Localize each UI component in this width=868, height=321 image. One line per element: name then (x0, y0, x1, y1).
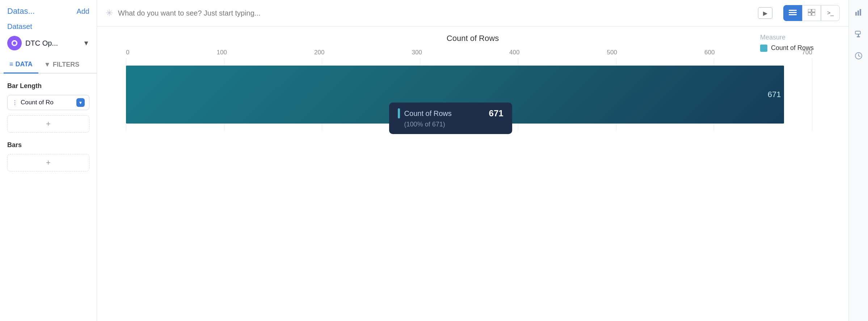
bar-chart-icon (855, 8, 863, 16)
chart-area: Count of Rows 0 100 200 300 400 500 600 … (97, 26, 848, 321)
add-measure-button[interactable]: + (7, 115, 89, 133)
table-view-icon (808, 9, 815, 17)
axis-label-3: 300 (412, 49, 422, 56)
axis-label-5: 500 (607, 49, 617, 56)
sidebar: Datas... Add Dataset DTC Op... ▼ ≡ DATA … (0, 0, 97, 321)
pill-dropdown-button[interactable]: ▾ (76, 98, 85, 107)
legend-color-swatch (760, 45, 767, 52)
dataset-row: Dataset (0, 20, 97, 36)
pill-text: Count of Ro (21, 99, 73, 106)
dataset-svg-icon (10, 39, 18, 47)
bar-length-pill[interactable]: ⋮ Count of Ro ▾ (7, 95, 89, 110)
svg-line-17 (859, 56, 860, 57)
main-area: ✳ ▶ (97, 0, 848, 321)
paint-roller-icon (855, 30, 863, 38)
tab-filters-label: FILTERS (53, 61, 80, 68)
axis-label-2: 200 (314, 49, 324, 56)
dataset-label: Dataset (7, 22, 32, 31)
bars-label: Bars (7, 141, 89, 149)
pill-drag-icon: ⋮ (12, 99, 18, 106)
bar-length-label: Bar Length (7, 82, 89, 90)
right-clock-icon[interactable] (852, 49, 865, 62)
svg-rect-9 (855, 12, 857, 16)
right-chart-icon[interactable] (852, 6, 865, 19)
search-input-container (118, 9, 753, 17)
svg-rect-12 (855, 31, 860, 34)
chart-view-icon (789, 9, 797, 17)
legend-label-0: Count of Rows (771, 44, 814, 52)
search-star-icon: ✳ (106, 8, 113, 18)
dataset-dropdown-arrow[interactable]: ▼ (83, 39, 89, 47)
svg-rect-8 (812, 13, 815, 16)
chart-legend: Measure Count of Rows (760, 34, 840, 52)
dataset-icon (7, 36, 22, 50)
right-sidebar (848, 0, 868, 321)
sidebar-top: Datas... Add (0, 0, 97, 20)
tab-filters[interactable]: ▼ FILTERS (38, 55, 85, 73)
dataset-name: DTC Op... (25, 39, 81, 47)
chart-view-button[interactable] (783, 5, 802, 21)
legend-item-0: Count of Rows (760, 44, 840, 52)
chart-tooltip: Count of Rows 671 (100% of 671) (389, 103, 512, 134)
code-view-button[interactable]: >_ (821, 5, 840, 21)
view-toggles: >_ (783, 5, 840, 21)
table-view-button[interactable] (802, 5, 821, 21)
search-input[interactable] (118, 9, 753, 17)
svg-rect-3 (789, 12, 797, 13)
tab-data[interactable]: ≡ DATA (4, 55, 38, 74)
clock-icon (855, 52, 863, 60)
x-axis-labels: 0 100 200 300 400 500 600 700 (97, 49, 848, 56)
svg-rect-4 (789, 14, 797, 15)
svg-rect-10 (858, 11, 859, 16)
search-bar: ✳ ▶ (97, 0, 848, 26)
add-bars-button[interactable]: + (7, 154, 89, 171)
tab-data-label: DATA (16, 61, 33, 68)
tab-data-icon: ≡ (9, 61, 13, 68)
search-play-button[interactable]: ▶ (758, 7, 772, 19)
tooltip-label: Count of Rows (404, 109, 485, 118)
play-icon: ▶ (763, 10, 767, 17)
datasets-label: Datas... (7, 7, 35, 16)
svg-rect-2 (789, 10, 797, 11)
bar-value-label: 671 (768, 90, 781, 99)
svg-rect-5 (808, 9, 811, 12)
svg-rect-13 (858, 34, 859, 36)
sidebar-tabs: ≡ DATA ▼ FILTERS (0, 55, 97, 74)
axis-label-0: 0 (126, 49, 129, 56)
axis-label-4: 400 (509, 49, 519, 56)
sidebar-content: Bar Length ⋮ Count of Ro ▾ + Bars + (0, 74, 97, 321)
code-view-icon: >_ (827, 10, 834, 16)
tooltip-color-bar (398, 108, 400, 118)
svg-rect-6 (812, 9, 815, 12)
tooltip-value: 671 (489, 108, 503, 118)
chart-title: Count of Rows (97, 34, 848, 43)
svg-rect-11 (860, 9, 861, 16)
svg-rect-14 (857, 36, 860, 37)
grid-line-7 (812, 58, 812, 131)
add-button[interactable]: Add (76, 7, 89, 16)
tooltip-percent: (100% of 671) (398, 121, 503, 128)
svg-point-1 (13, 41, 16, 45)
tooltip-row: Count of Rows 671 (398, 108, 503, 118)
dataset-selector[interactable]: DTC Op... ▼ (0, 36, 97, 55)
axis-label-1: 100 (217, 49, 227, 56)
measure-title: Measure (760, 34, 840, 41)
svg-rect-7 (808, 13, 811, 16)
axis-label-6: 600 (704, 49, 715, 56)
tab-filters-icon: ▼ (44, 61, 51, 68)
right-paint-icon[interactable] (852, 28, 865, 41)
